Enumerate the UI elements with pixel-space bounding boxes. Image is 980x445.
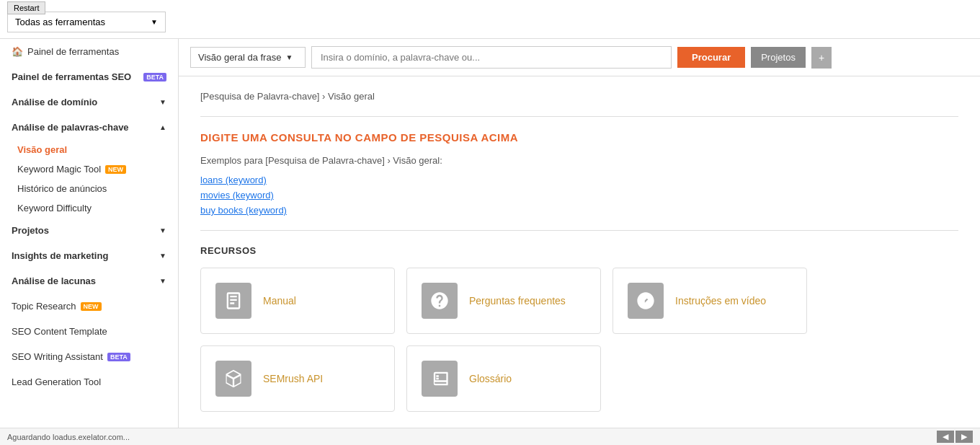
sidebar-sub-historico[interactable]: Histórico de anúncios <box>0 179 178 198</box>
example-link-1[interactable]: loans (keyword) <box>200 175 958 185</box>
resource-card-video[interactable]: Instruções em vídeo <box>612 268 807 334</box>
sidebar-sub-label-kd: Keyword Difficulty <box>17 203 92 213</box>
all-tools-label: Todas as ferramentas <box>15 17 151 27</box>
recursos-title: RECURSOS <box>200 245 958 256</box>
sidebar-sub-label-keyword-magic: Keyword Magic Tool <box>17 164 101 175</box>
nav-buttons: ◀ ▶ <box>937 431 973 443</box>
search-button[interactable]: Procurar <box>677 47 745 68</box>
resource-label-manual: Manual <box>263 295 296 307</box>
sidebar-label-analise-palavras: Análise de palavras-chave <box>12 122 129 133</box>
sidebar-item-painel-seo[interactable]: Painel de ferramentas SEO BETA <box>0 64 178 89</box>
breadcrumb: [Pesquisa de Palavra-chave] › Visão gera… <box>200 91 958 102</box>
sidebar-item-topic-research[interactable]: Topic Research NEW <box>0 294 178 319</box>
sidebar-label-insights: Insights de marketing <box>12 250 108 261</box>
resources-row-1: Manual Perguntas frequentes Instruções e… <box>200 268 958 334</box>
main-title: DIGITE UMA CONSULTA NO CAMPO DE PESQUISA… <box>200 131 958 144</box>
restart-button[interactable]: Restart <box>7 1 45 14</box>
sidebar-item-lacunas[interactable]: Análise de lacunas ▼ <box>0 268 178 294</box>
sidebar-label-topic: Topic Research <box>12 301 76 312</box>
sidebar-item-seo-content[interactable]: SEO Content Template <box>0 319 178 344</box>
examples-list: loans (keyword) movies (keyword) buy boo… <box>200 175 958 216</box>
sidebar-label-seo-content: SEO Content Template <box>12 326 107 337</box>
sidebar-sub-label-historico: Histórico de anúncios <box>17 183 107 194</box>
add-project-button[interactable]: + <box>811 47 832 69</box>
resource-card-manual[interactable]: Manual <box>200 268 395 334</box>
chevron-down-icon-projetos: ▼ <box>159 226 166 234</box>
projects-button[interactable]: Projetos <box>751 47 806 68</box>
sidebar-sub-keyword-difficulty[interactable]: Keyword Difficulty <box>0 198 178 218</box>
box-icon <box>215 361 251 397</box>
sidebar-sub-keyword-magic[interactable]: Keyword Magic Tool NEW <box>0 159 178 179</box>
sidebar-sub-label-visao: Visão geral <box>17 144 67 155</box>
sidebar-item-seo-writing[interactable]: SEO Writing Assistant BETA <box>0 344 178 369</box>
sidebar-sub-visao-geral[interactable]: Visão geral <box>0 140 178 159</box>
status-text: Aguardando loadus.exelator.com... <box>7 433 130 441</box>
sidebar-item-projetos[interactable]: Projetos ▼ <box>0 218 178 243</box>
book-open-icon <box>422 361 458 397</box>
search-input[interactable] <box>311 46 672 69</box>
sidebar-label-lacunas: Análise de lacunas <box>12 276 96 286</box>
example-link-2[interactable]: movies (keyword) <box>200 190 958 201</box>
question-icon <box>422 283 458 319</box>
status-bar: Aguardando loadus.exelator.com... ◀ ▶ <box>0 428 980 445</box>
resource-label-video: Instruções em vídeo <box>675 295 766 307</box>
sidebar-label-projetos: Projetos <box>12 225 49 236</box>
badge-beta-painel: BETA <box>143 73 166 81</box>
example-link-3[interactable]: buy books (keyword) <box>200 205 958 216</box>
nav-forward-button[interactable]: ▶ <box>956 431 973 443</box>
resource-label-glossario: Glossário <box>469 373 512 384</box>
divider-recursos <box>200 230 958 231</box>
badge-beta-writing: BETA <box>107 353 130 361</box>
book-icon <box>215 283 251 319</box>
chevron-down-icon-insights: ▼ <box>159 252 166 260</box>
resource-label-api: SEMrush API <box>263 373 323 384</box>
examples-intro: Exemplos para [Pesquisa de Palavra-chave… <box>200 155 958 166</box>
all-tools-dropdown[interactable]: Todas as ferramentas ▼ <box>7 12 166 32</box>
resource-card-glossario[interactable]: Glossário <box>406 345 601 412</box>
sidebar-item-painel[interactable]: 🏠 Painel de ferramentas <box>0 39 178 64</box>
sidebar-label-analise-dominio: Análise de domínio <box>12 97 97 107</box>
phrase-dropdown-label: Visão geral da frase <box>198 52 281 63</box>
sidebar-item-analise-palavras[interactable]: Análise de palavras-chave ▲ <box>0 115 178 140</box>
badge-new-keyword: NEW <box>105 165 126 174</box>
chevron-down-icon-phrase: ▼ <box>285 53 293 61</box>
resource-card-faq[interactable]: Perguntas frequentes <box>406 268 601 334</box>
sidebar-item-analise-dominio[interactable]: Análise de domínio ▼ <box>0 89 178 115</box>
chevron-down-icon-dominio: ▼ <box>159 98 166 106</box>
chevron-down-icon-lacunas: ▼ <box>159 277 166 285</box>
search-bar: Visão geral da frase ▼ Procurar Projetos… <box>179 39 980 76</box>
chevron-up-icon-palavras: ▲ <box>159 123 166 131</box>
phrase-dropdown[interactable]: Visão geral da frase ▼ <box>190 47 306 68</box>
sidebar-item-insights[interactable]: Insights de marketing ▼ <box>0 243 178 268</box>
sidebar-label-seo-writing: SEO Writing Assistant <box>12 351 103 362</box>
sidebar-label-lead-gen: Lead Generation Tool <box>12 376 101 387</box>
home-icon: 🏠 <box>12 46 23 57</box>
resources-row-2: SEMrush API Glossário <box>200 345 958 412</box>
resource-label-faq: Perguntas frequentes <box>469 295 566 307</box>
resource-card-api[interactable]: SEMrush API <box>200 345 395 412</box>
chevron-down-icon: ▼ <box>151 18 158 26</box>
nav-back-button[interactable]: ◀ <box>937 431 954 443</box>
badge-new-topic: NEW <box>81 302 102 311</box>
sidebar-item-lead-gen[interactable]: Lead Generation Tool <box>0 369 178 395</box>
video-icon <box>628 283 664 319</box>
sidebar-label-painel: Painel de ferramentas <box>27 46 119 57</box>
sidebar-label-painel-seo: Painel de ferramentas SEO <box>12 71 131 82</box>
divider-top <box>200 116 958 117</box>
